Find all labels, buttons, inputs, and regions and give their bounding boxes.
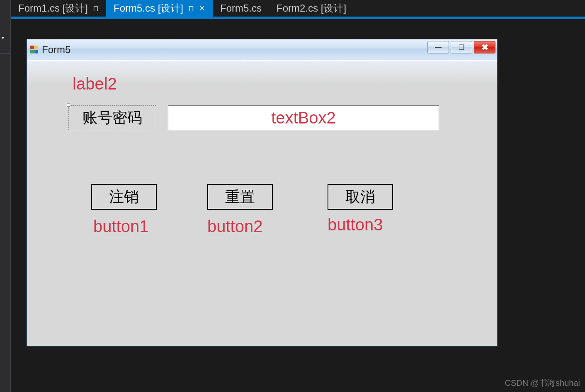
label2-control[interactable]: 账号密码: [68, 105, 156, 130]
tab-form5-design[interactable]: Form5.cs [设计] ⊓ ✕: [106, 0, 213, 17]
button1-control[interactable]: 注销: [91, 184, 157, 210]
maximize-button[interactable]: ❐: [451, 41, 472, 53]
form-body[interactable]: label2 账号密码 textBox2 注销 重置 取消 button1 bu…: [27, 60, 497, 346]
annotation-label2: label2: [73, 75, 117, 93]
annotation-button2: button2: [207, 217, 262, 236]
designer-canvas[interactable]: Form5 — ❐ ✖ label2 账号密码 textBox2: [11, 19, 585, 392]
tab-form2-design[interactable]: Form2.cs [设计]: [269, 0, 354, 17]
tab-bar: Form1.cs [设计] ⊓ Form5.cs [设计] ⊓ ✕ Form5.…: [11, 0, 585, 17]
toolbox-dropdown-icon[interactable]: ▾: [2, 35, 4, 41]
tab-form1-design[interactable]: Form1.cs [设计] ⊓: [11, 0, 106, 17]
annotation-textbox2: textBox2: [271, 109, 336, 127]
minimize-button[interactable]: —: [427, 41, 449, 53]
button2-control[interactable]: 重置: [207, 184, 273, 210]
tab-label: Form5.cs: [220, 2, 262, 14]
pin-icon[interactable]: ⊓: [188, 4, 194, 13]
close-icon[interactable]: ✕: [199, 4, 205, 13]
textbox2-control[interactable]: textBox2: [168, 105, 439, 130]
button2-text: 重置: [225, 187, 255, 207]
watermark: CSDN @书海shuhai: [505, 377, 580, 389]
winform-form5[interactable]: Form5 — ❐ ✖ label2 账号密码 textBox2: [27, 39, 498, 346]
tab-form5-cs[interactable]: Form5.cs: [213, 0, 269, 17]
tab-label: Form2.cs [设计]: [277, 2, 346, 15]
form-icon: [30, 46, 39, 54]
minimize-icon: —: [435, 44, 442, 51]
window-controls: — ❐ ✖: [427, 41, 495, 53]
label2-text: 账号密码: [83, 108, 142, 128]
annotation-button1: button1: [93, 217, 148, 236]
window-title: Form5: [42, 44, 70, 56]
toolbar-divider: [0, 53, 10, 54]
annotation-button3: button3: [328, 215, 383, 234]
tab-label: Form5.cs [设计]: [114, 2, 183, 15]
selection-handle[interactable]: [67, 104, 70, 107]
button3-text: 取消: [345, 187, 375, 207]
close-icon: ✖: [481, 42, 488, 52]
maximize-icon: ❐: [459, 44, 464, 51]
close-button[interactable]: ✖: [474, 41, 495, 53]
tab-label: Form1.cs [设计]: [18, 2, 88, 15]
pin-icon[interactable]: ⊓: [93, 4, 99, 13]
left-toolbar: ▾: [0, 0, 11, 392]
button1-text: 注销: [109, 187, 139, 207]
titlebar[interactable]: Form5 — ❐ ✖: [27, 39, 497, 60]
button3-control[interactable]: 取消: [328, 184, 393, 210]
